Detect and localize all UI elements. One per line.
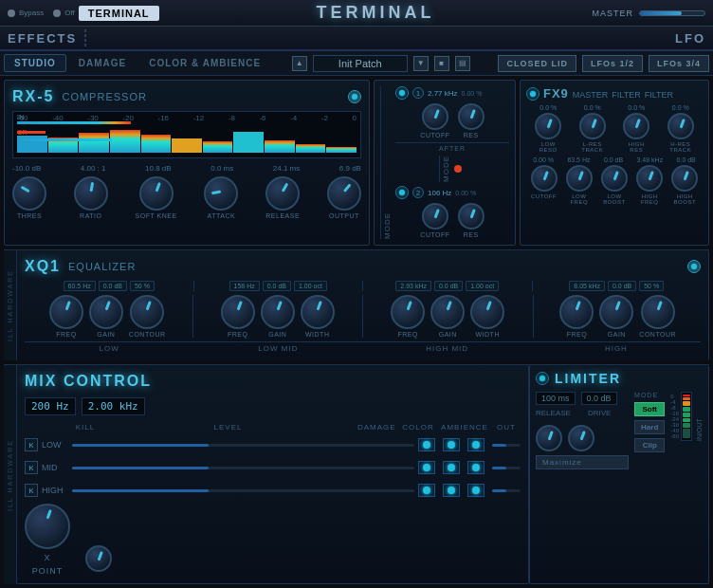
eq-power-btn[interactable] <box>687 260 701 273</box>
eq-highmid-gain-knob[interactable] <box>430 295 465 329</box>
filter2-res-knob[interactable] <box>458 203 484 230</box>
channel-low-color-btn[interactable] <box>443 438 460 451</box>
fx9-low-boost-label: LOWBOOST <box>603 193 626 205</box>
eq-low-gain-knob[interactable] <box>89 295 123 329</box>
fx9-lres-track-knob[interactable] <box>579 113 606 139</box>
attack-val: 0.0 ms <box>210 164 233 173</box>
release-knob[interactable] <box>265 176 300 211</box>
channel-low-damage-indicator <box>423 441 430 449</box>
eq-highmid-width-knob[interactable] <box>470 295 504 329</box>
eq-highmid-gain-val: 0.0 dB <box>434 281 463 291</box>
limiter-title: LIMITER <box>555 371 621 386</box>
closed-lid-btn[interactable]: CLOSED LID <box>498 55 576 72</box>
channel-low-slider[interactable] <box>72 444 414 447</box>
channel-high-damage-btn[interactable] <box>418 484 435 497</box>
eq-low-freq-knob[interactable] <box>49 295 83 329</box>
vu-scale: 0 -4 -8 -16 -24 -30 -40 -60 <box>670 392 679 441</box>
ambience-header: AMBIENCE <box>441 423 488 432</box>
ratio-knob[interactable] <box>74 176 108 211</box>
tab-color-ambience[interactable]: COLOR & AMBIENCE <box>138 54 271 72</box>
out-header: OUT <box>492 423 521 432</box>
channel-mid-out-slider[interactable] <box>492 467 521 469</box>
fx9-subtitle3: FILTER <box>645 90 673 100</box>
fx9-bottom-knobs: CUTOFF LOWFREQ LOWBOOST <box>526 165 703 205</box>
channel-high-damage-indicator <box>423 487 430 494</box>
eq-lowmid-freq-knob[interactable] <box>221 295 255 329</box>
tab-damage[interactable]: DAMAGE <box>68 54 137 72</box>
meter-bar <box>296 144 326 153</box>
eq-low-freq-group: FREQ <box>49 295 83 338</box>
limiter-labels-row: RELEASE DRIVE <box>536 409 629 417</box>
meter-bar <box>265 140 295 154</box>
channel-low-damage-btn[interactable] <box>418 438 435 451</box>
fx9-high-boost-knob[interactable] <box>671 165 698 192</box>
limiter-power-btn[interactable] <box>536 372 549 385</box>
eq-lowmid-width-knob[interactable] <box>301 295 335 329</box>
channel-high-out-slider[interactable] <box>492 489 521 492</box>
fx9-low-reso-knob[interactable] <box>535 113 561 139</box>
channel-mid-slider[interactable] <box>72 467 414 469</box>
xpoint-area: X POINT <box>25 504 70 576</box>
fx9-high-res-knob[interactable] <box>623 113 649 139</box>
comp-power-btn[interactable] <box>348 90 361 103</box>
limiter-drive-knob-group <box>568 425 594 451</box>
fx9-cutoff-knob[interactable] <box>531 165 558 192</box>
threshold-knob[interactable] <box>12 176 46 211</box>
channel-high-color-btn[interactable] <box>443 484 460 497</box>
filter1-cutoff-knob[interactable] <box>422 103 448 130</box>
channel-high-ambience-btn[interactable] <box>467 484 484 497</box>
patch-down-btn[interactable]: ▼ <box>413 56 429 71</box>
tab-studio[interactable]: STUDIO <box>4 54 66 72</box>
fx9-low-boost-knob[interactable] <box>601 165 628 192</box>
mode-soft-btn[interactable]: Soft <box>634 402 665 416</box>
channel-low-ambience-btn[interactable] <box>467 438 484 451</box>
mode-hard-btn[interactable]: Hard <box>634 420 665 434</box>
output-knob[interactable] <box>327 176 361 211</box>
eq-high-freq-knob[interactable] <box>559 295 594 329</box>
soft-knee-knob-group: SOFT KNEE <box>136 176 177 219</box>
channel-high-slider[interactable] <box>72 489 414 492</box>
limiter-drive-label: DRIVE <box>588 409 611 417</box>
fx9-high-freq-knob[interactable] <box>636 165 663 192</box>
fx9-hres-track-label: H-RESTRACK <box>669 141 691 153</box>
eq-high-gain-knob[interactable] <box>599 295 633 329</box>
eq-lowmid-gain-knob[interactable] <box>261 295 295 329</box>
fx9-hres-track-knob[interactable] <box>667 113 694 139</box>
channel-mid-ambience-btn[interactable] <box>467 461 484 474</box>
lfo-12-btn[interactable]: LFOs 1/2 <box>582 55 643 72</box>
attack-knob[interactable] <box>204 176 238 211</box>
filter1-power-btn[interactable] <box>395 86 409 100</box>
mix-output-knob[interactable] <box>85 545 112 572</box>
channel-mid-color-btn[interactable] <box>443 461 460 474</box>
mode-clip-btn[interactable]: Clip <box>634 438 665 452</box>
patch-load-btn[interactable]: ▤ <box>455 56 470 71</box>
fx9-val1: 0.0 % <box>584 104 601 111</box>
limiter-drive-knob[interactable] <box>568 425 594 451</box>
eq-high-contour-knob[interactable] <box>641 295 675 329</box>
limiter-release-knob[interactable] <box>536 425 562 451</box>
xpoint-knob[interactable] <box>25 504 70 549</box>
channel-low-out-slider[interactable] <box>492 444 521 447</box>
channel-low-name: LOW <box>42 440 68 450</box>
fx9-subtitle2: FILTER <box>612 90 640 100</box>
fx9-low-freq-knob[interactable] <box>566 165 593 192</box>
patch-up-btn[interactable]: ▲ <box>292 56 307 71</box>
patch-save-btn[interactable]: ■ <box>434 56 449 71</box>
filter2-cutoff-knob[interactable] <box>422 203 448 230</box>
eq-low-contour-knob[interactable] <box>130 295 164 329</box>
eq-high-freq-group: FREQ <box>559 295 594 338</box>
lfo-34-btn[interactable]: LFOs 3/4 <box>649 55 709 72</box>
hardware-label-bottom: ILL HARDWARE <box>7 439 13 511</box>
fx9-lres-track-group: L-RESTRACK <box>579 113 606 153</box>
inout-label: IN/OUT <box>696 392 703 441</box>
filter1-res-group: RES <box>458 103 484 138</box>
filter1-res-knob[interactable] <box>458 103 484 130</box>
channel-mid-damage-btn[interactable] <box>418 461 435 474</box>
master-slider[interactable] <box>639 10 705 16</box>
eq-lowmid-band: FREQ GAIN WIDTH <box>195 295 361 338</box>
fx9-power-btn[interactable] <box>526 87 539 101</box>
filter2-power-btn[interactable] <box>395 186 409 199</box>
eq-highmid-freq-knob[interactable] <box>391 295 425 329</box>
maximize-btn[interactable]: Maximize <box>536 455 629 469</box>
soft-knee-knob[interactable] <box>139 176 174 211</box>
